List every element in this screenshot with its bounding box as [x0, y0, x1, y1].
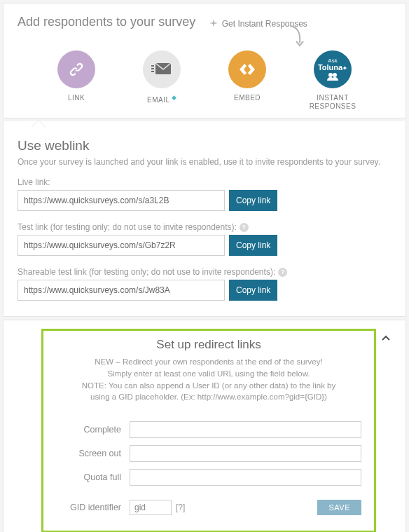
shareable-test-link-label: Shareable test link (for testing only; d…: [18, 267, 391, 277]
copy-shareable-test-link-button[interactable]: Copy link: [229, 280, 277, 301]
quotafull-label: Quota full: [56, 472, 130, 482]
live-link-label: Live link:: [18, 177, 391, 187]
redirect-panel: Set up redirect links NEW – Redirect you…: [3, 320, 406, 532]
toluna-icon: Ask Toluna✦: [314, 50, 352, 88]
method-email-label: EMAIL◆: [147, 94, 176, 104]
shareable-test-link-input[interactable]: [18, 280, 225, 301]
sparkle-icon: [208, 19, 219, 29]
email-icon: [143, 50, 181, 88]
test-link-input[interactable]: [18, 235, 225, 256]
chevron-up-icon[interactable]: [380, 333, 391, 344]
diamond-icon: ◆: [172, 94, 177, 101]
weblink-subtitle: Once your survey is launched and your li…: [18, 156, 391, 168]
link-icon: [57, 50, 95, 88]
arrow-icon: [287, 25, 307, 48]
svg-point-1: [328, 73, 333, 77]
method-instant-responses[interactable]: Ask Toluna✦ INSTANT RESPONSES: [305, 50, 361, 111]
screenout-label: Screen out: [56, 449, 130, 458]
add-respondents-panel: Add respondents to your survey Get Insta…: [3, 3, 406, 118]
method-instant-label: INSTANT RESPONSES: [305, 94, 361, 111]
method-email[interactable]: EMAIL◆: [134, 50, 190, 111]
redirect-description: NEW – Redirect your own respondents at t…: [56, 356, 361, 403]
method-embed[interactable]: EMBED: [219, 50, 275, 111]
copy-test-link-button[interactable]: Copy link: [229, 235, 277, 256]
method-link-label: LINK: [68, 94, 85, 102]
screenout-input[interactable]: [130, 445, 361, 462]
method-link[interactable]: LINK: [48, 50, 104, 111]
copy-live-link-button[interactable]: Copy link: [229, 190, 277, 211]
pointer-notch: [32, 121, 46, 128]
quotafull-input[interactable]: [130, 469, 361, 486]
gid-label: GID identifier: [56, 503, 130, 512]
page-title: Add respondents to your survey: [18, 15, 195, 29]
complete-input[interactable]: [130, 421, 361, 438]
redirect-title: Set up redirect links: [56, 338, 361, 352]
save-button[interactable]: SAVE: [317, 500, 361, 515]
test-link-label: Test link (for testing only; do not use …: [18, 222, 391, 232]
help-icon[interactable]: ?: [278, 268, 287, 277]
weblink-title: Use weblink: [18, 138, 391, 154]
complete-label: Complete: [56, 425, 130, 435]
gid-input[interactable]: [130, 500, 172, 515]
method-embed-label: EMBED: [234, 94, 261, 102]
weblink-panel: Use weblink Once your survey is launched…: [3, 121, 406, 317]
gid-help-link[interactable]: [?]: [176, 503, 185, 512]
redirect-box: Set up redirect links NEW – Redirect you…: [41, 329, 376, 532]
embed-icon: [228, 50, 266, 88]
svg-point-2: [333, 73, 337, 77]
live-link-input[interactable]: [18, 190, 225, 211]
methods-row: LINK EMAIL◆ EMBED Ask Toluna✦: [18, 50, 391, 111]
help-icon[interactable]: ?: [240, 223, 249, 232]
